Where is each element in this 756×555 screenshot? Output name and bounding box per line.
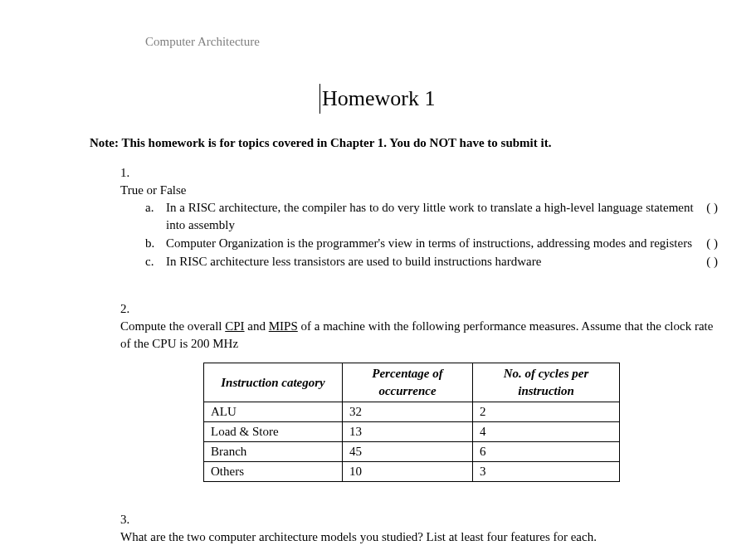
document-page: Computer Architecture Homework 1 Note: T… xyxy=(0,33,756,546)
cell: 3 xyxy=(473,462,620,482)
q1-body: True or False a. ( ) In a RISC architect… xyxy=(120,182,718,271)
q1a-label: a. xyxy=(145,199,154,217)
q1b-label: b. xyxy=(145,235,154,252)
table-row: ALU 32 2 xyxy=(204,402,620,422)
question-2: 2. Compute the overall CPI and MIPS of a… xyxy=(120,300,673,482)
q1-item-b: b. ( ) Computer Organization is the prog… xyxy=(145,235,718,252)
cell: 13 xyxy=(343,422,473,442)
cell: 6 xyxy=(473,442,620,462)
th-cycles: No. of cycles per instruction xyxy=(473,363,620,402)
q1-prompt: True or False xyxy=(120,182,718,199)
q1a-blank: ( ) xyxy=(706,199,718,217)
question-1: 1. True or False a. ( ) In a RISC archit… xyxy=(120,164,673,271)
th-instruction: Instruction category xyxy=(204,363,343,402)
question-list: 1. True or False a. ( ) In a RISC archit… xyxy=(120,164,673,546)
cell: Load & Store xyxy=(204,422,343,442)
q2-body: Compute the overall CPI and MIPS of a ma… xyxy=(120,318,718,482)
table-header-row: Instruction category Percentage of occur… xyxy=(204,363,620,402)
cell: ALU xyxy=(204,402,343,422)
q3-text: What are the two computer architecture m… xyxy=(120,530,597,543)
q1b-blank: ( ) xyxy=(706,235,718,252)
table-row: Branch 45 6 xyxy=(204,442,620,462)
page-title: Homework 1 xyxy=(319,84,435,114)
q2-number: 2. xyxy=(120,300,144,318)
th-percentage: Percentage of occurrence xyxy=(343,363,473,402)
q1a-text: In a RISC architecture, the compiler has… xyxy=(166,201,694,231)
q2-cpi: CPI xyxy=(225,319,244,333)
q1c-blank: ( ) xyxy=(706,253,718,270)
q3-body: What are the two computer architecture m… xyxy=(120,528,718,546)
q1b-text: Computer Organization is the programmer'… xyxy=(166,236,692,250)
cell: 32 xyxy=(343,402,473,422)
q2-prefix: Compute the overall xyxy=(120,319,225,333)
course-header: Computer Architecture xyxy=(145,33,706,51)
question-3: 3. What are the two computer architectur… xyxy=(120,511,673,546)
q1c-text: In RISC architecture less transistors ar… xyxy=(166,255,541,268)
cell: 45 xyxy=(343,442,473,462)
q1-number: 1. xyxy=(120,164,144,182)
performance-table: Instruction category Percentage of occur… xyxy=(203,363,620,482)
q2-mid: and xyxy=(245,319,269,333)
q2-mips: MIPS xyxy=(269,319,298,333)
q1-sublist: a. ( ) In a RISC architecture, the compi… xyxy=(145,199,718,270)
title-wrap: Homework 1 xyxy=(50,84,706,134)
cell: 10 xyxy=(343,462,473,482)
cell: Branch xyxy=(204,442,343,462)
q1c-label: c. xyxy=(145,253,154,270)
cell: 4 xyxy=(473,422,620,442)
note-text: Note: This homework is for topics covere… xyxy=(90,134,681,152)
cell: 2 xyxy=(473,402,620,422)
q1-item-c: c. ( ) In RISC architecture less transis… xyxy=(145,253,718,270)
table-row: Others 10 3 xyxy=(204,462,620,482)
q3-number: 3. xyxy=(120,511,144,528)
cell: Others xyxy=(204,462,343,482)
table-row: Load & Store 13 4 xyxy=(204,422,620,442)
q1-item-a: a. ( ) In a RISC architecture, the compi… xyxy=(145,199,718,234)
